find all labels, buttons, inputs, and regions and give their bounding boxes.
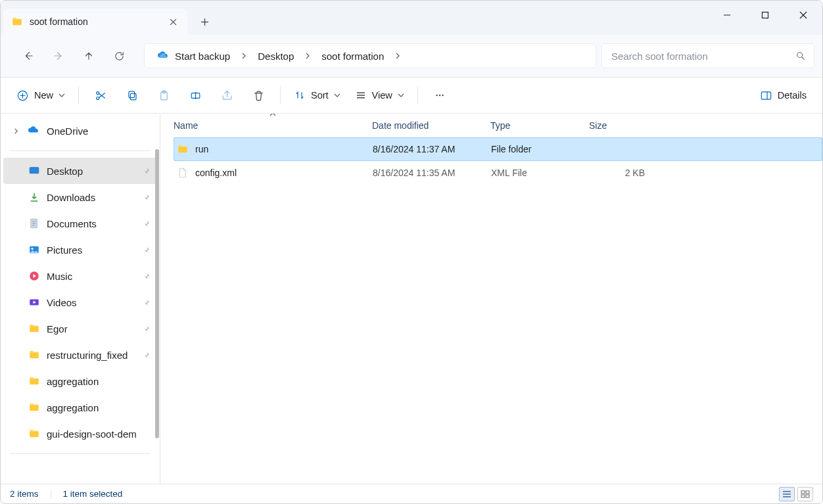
status-selected-count: 1 item selected [63, 489, 123, 499]
sidebar-item-label: Downloads [47, 192, 135, 203]
onedrive-icon [27, 124, 40, 137]
cell-size: 2 KB [590, 168, 653, 178]
sidebar-item-desktop[interactable]: Desktop [3, 158, 157, 184]
more-button[interactable] [425, 82, 455, 108]
cut-button[interactable] [85, 82, 116, 108]
sort-button[interactable]: Sort [287, 82, 347, 108]
scrollbar-thumb[interactable] [155, 149, 159, 438]
explorer-window: soot formation [0, 0, 823, 504]
paste-button[interactable] [149, 82, 179, 108]
table-row[interactable]: config.xml 8/16/2024 11:35 AM XML File 2… [174, 161, 822, 185]
folder-icon [11, 16, 23, 28]
cell-type: File folder [491, 144, 590, 154]
new-button[interactable]: New [10, 82, 72, 108]
sidebar-item-aggregation[interactable]: aggregation [3, 368, 157, 394]
onedrive-icon [156, 49, 170, 62]
folder-icon [28, 349, 40, 361]
plus-circle-icon [16, 89, 29, 102]
sidebar-item-videos[interactable]: Videos [3, 289, 157, 315]
column-header-date[interactable]: Date modified [372, 114, 490, 137]
pin-icon [142, 193, 151, 202]
column-header-size[interactable]: Size [589, 114, 652, 137]
separator [280, 86, 281, 104]
search-box[interactable] [601, 43, 814, 68]
music-icon [28, 270, 40, 282]
column-header-type[interactable]: Type [490, 114, 589, 137]
large-icons-view-button[interactable] [797, 487, 813, 501]
chevron-right-icon[interactable] [11, 128, 20, 134]
tab-close-button[interactable] [168, 16, 178, 27]
svg-point-18 [32, 248, 34, 250]
copy-button[interactable] [117, 82, 147, 108]
file-rows: run 8/16/2024 11:37 AM File folder confi… [160, 137, 822, 484]
sidebar-item-label: gui-design-soot-dem [47, 428, 151, 440]
sidebar-item-pictures[interactable]: Pictures [3, 237, 157, 263]
svg-rect-22 [806, 491, 809, 493]
share-button[interactable] [212, 82, 242, 108]
svg-rect-14 [30, 168, 39, 173]
tab-title: soot formation [30, 16, 88, 27]
new-tab-button[interactable] [191, 9, 218, 35]
forward-button[interactable] [44, 43, 73, 69]
view-label: View [372, 90, 392, 101]
sidebar-item-restructuring-fixed[interactable]: restructuring_fixed [3, 342, 157, 368]
sidebar-item-gui-design[interactable]: gui-design-soot-dem [3, 421, 157, 447]
sidebar-item-aggregation-2[interactable]: aggregation [3, 394, 157, 421]
refresh-button[interactable] [105, 43, 133, 69]
close-window-button[interactable] [784, 3, 822, 27]
body: OneDrive Desktop Downloads [1, 114, 822, 484]
sidebar-item-documents[interactable]: Documents [3, 210, 157, 237]
sidebar-item-onedrive[interactable]: OneDrive [3, 118, 157, 144]
cell-date: 8/16/2024 11:35 AM [373, 168, 491, 178]
delete-button[interactable] [243, 82, 273, 108]
column-header-name[interactable]: Name [174, 114, 372, 137]
svg-rect-6 [128, 91, 134, 98]
separator [78, 86, 79, 104]
table-row[interactable]: run 8/16/2024 11:37 AM File folder [174, 137, 822, 161]
sidebar-item-downloads[interactable]: Downloads [3, 184, 157, 210]
up-button[interactable] [74, 43, 103, 69]
svg-rect-5 [130, 93, 136, 100]
sidebar-item-egor[interactable]: Egor [3, 315, 157, 342]
sidebar-item-music[interactable]: Music [3, 263, 157, 289]
details-pane-button[interactable]: Details [753, 82, 813, 108]
pin-icon [142, 272, 151, 281]
back-button[interactable] [14, 43, 43, 69]
sidebar-item-label: Documents [47, 218, 135, 229]
crumb-desktop[interactable]: Desktop [251, 44, 300, 68]
sort-asc-icon [270, 114, 276, 117]
status-bar: 2 items 1 item selected [1, 484, 822, 503]
pictures-icon [28, 244, 40, 256]
details-label: Details [778, 90, 807, 101]
rename-button[interactable] [180, 82, 210, 108]
sidebar-item-label: Desktop [47, 166, 135, 177]
search-input[interactable] [610, 50, 795, 62]
new-label: New [34, 90, 53, 101]
svg-point-1 [797, 53, 803, 58]
column-label: Date modified [372, 120, 429, 131]
sidebar-item-label: Music [47, 271, 135, 282]
chevron-right-icon[interactable] [237, 44, 251, 68]
tab-active[interactable]: soot formation [3, 9, 187, 35]
view-button[interactable]: View [348, 82, 411, 108]
videos-icon [28, 296, 40, 308]
breadcrumb[interactable]: Start backup Desktop soot formation [144, 43, 596, 68]
nav-sidebar[interactable]: OneDrive Desktop Downloads [1, 114, 160, 484]
sidebar-item-label: Pictures [47, 244, 135, 256]
chevron-right-icon[interactable] [300, 44, 315, 68]
crumb-start-backup[interactable]: Start backup [150, 44, 237, 68]
view-icon [355, 89, 367, 101]
desktop-icon [28, 165, 40, 177]
sort-label: Sort [311, 90, 329, 101]
folder-icon [28, 375, 40, 387]
details-view-button[interactable] [779, 487, 795, 501]
crumb-label: Start backup [175, 51, 230, 62]
minimize-button[interactable] [708, 3, 746, 27]
cell-name: config.xml [174, 167, 373, 179]
chevron-right-icon[interactable] [390, 44, 405, 68]
maximize-button[interactable] [746, 3, 784, 27]
cell-type: XML File [491, 168, 590, 178]
sidebar-item-label: Egor [47, 323, 135, 334]
crumb-soot-formation[interactable]: soot formation [315, 44, 390, 68]
pin-icon [142, 351, 151, 359]
